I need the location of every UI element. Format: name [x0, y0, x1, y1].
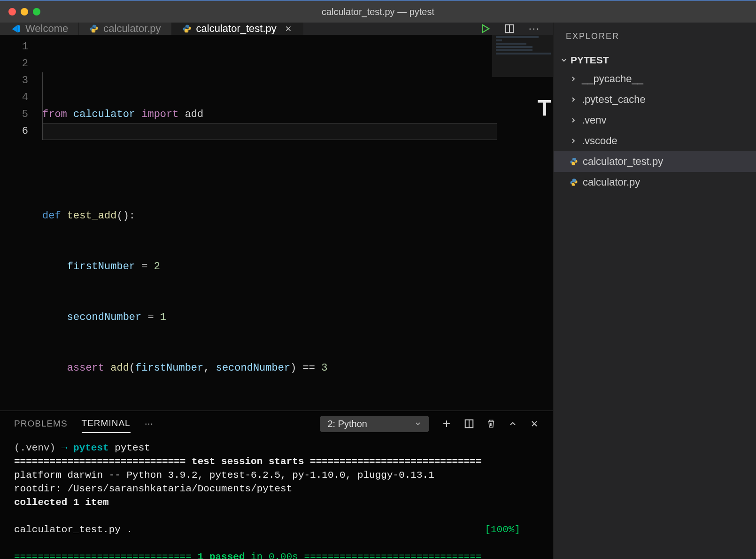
line-number: 3	[0, 72, 28, 89]
terminal-selector-label: 2: Python	[327, 419, 367, 429]
explorer-file[interactable]: calculator.py	[554, 172, 756, 193]
explorer-header: EXPLORER	[554, 23, 756, 50]
chevron-down-icon	[414, 420, 422, 427]
close-window-button[interactable]	[8, 8, 16, 16]
tab-calculator[interactable]: calculator.py	[79, 23, 171, 35]
window-title: calculator_test.py — pytest	[322, 7, 434, 17]
chevron-right-icon	[570, 137, 577, 145]
explorer-item-label: calculator.py	[583, 176, 640, 188]
close-panel-icon[interactable]	[530, 419, 539, 428]
explorer-folder[interactable]: .pytest_cache	[554, 89, 756, 110]
python-icon	[89, 24, 99, 33]
more-actions-icon[interactable]: ···	[529, 23, 540, 35]
explorer-item-label: __pycache__	[582, 73, 643, 85]
editor[interactable]: 1 2 3 4 5 6 from calculator import add d…	[0, 35, 553, 411]
python-icon	[570, 157, 578, 166]
code-area[interactable]: from calculator import add def test_add(…	[42, 35, 553, 411]
tab-label: calculator.py	[103, 23, 161, 35]
titlebar: calculator_test.py — pytest	[0, 0, 756, 23]
tab-label: calculator_test.py	[196, 23, 277, 35]
tab-label: Welcome	[25, 23, 68, 35]
python-icon	[570, 178, 578, 186]
explorer-item-label: calculator_test.py	[583, 155, 663, 168]
run-icon[interactable]	[480, 23, 490, 34]
explorer-item-label: .pytest_cache	[582, 93, 646, 106]
panel-more-icon[interactable]: ···	[145, 418, 153, 430]
explorer-item-label: .vscode	[582, 135, 617, 147]
tab-calculator-test[interactable]: calculator_test.py	[172, 23, 303, 35]
line-number: 1	[0, 39, 28, 55]
traffic-lights	[0, 8, 40, 16]
explorer-sidebar: EXPLORER PYTEST __pycache__ .pytest_cach…	[553, 23, 756, 559]
line-number: 2	[0, 55, 28, 72]
vscode-icon	[10, 23, 21, 34]
line-gutter: 1 2 3 4 5 6	[0, 35, 42, 411]
python-icon	[182, 24, 192, 33]
split-terminal-icon[interactable]	[464, 419, 474, 429]
chevron-right-icon	[570, 116, 577, 124]
minimize-window-button[interactable]	[21, 8, 28, 16]
editor-tab-row: Welcome calculator.py calculator_test.py	[0, 23, 553, 35]
panel-tab-terminal[interactable]: TERMINAL	[82, 414, 131, 433]
chevron-down-icon	[560, 56, 568, 64]
explorer-folder[interactable]: __pycache__	[554, 69, 756, 89]
line-number: 5	[0, 106, 28, 123]
bottom-panel: PROBLEMS TERMINAL ··· 2: Python	[0, 411, 553, 559]
maximize-panel-icon[interactable]	[508, 419, 517, 428]
zoom-window-button[interactable]	[33, 8, 40, 16]
explorer-folder[interactable]: .vscode	[554, 131, 756, 151]
new-terminal-icon[interactable]	[441, 419, 452, 429]
editor-hint-letter: T	[538, 100, 551, 116]
line-number: 4	[0, 89, 28, 106]
terminal-selector[interactable]: 2: Python	[320, 416, 429, 432]
explorer-item-label: .venv	[582, 114, 607, 126]
split-editor-icon[interactable]	[504, 23, 515, 34]
explorer-folder[interactable]: .venv	[554, 110, 756, 131]
minimap[interactable]	[492, 35, 553, 77]
tab-welcome[interactable]: Welcome	[0, 23, 79, 35]
line-number: 6	[0, 123, 28, 140]
panel-tab-problems[interactable]: PROBLEMS	[14, 415, 68, 433]
current-line-highlight	[42, 123, 497, 140]
kill-terminal-icon[interactable]	[486, 419, 496, 429]
chevron-right-icon	[570, 96, 577, 103]
explorer-file[interactable]: calculator_test.py	[554, 151, 756, 172]
chevron-right-icon	[570, 75, 577, 83]
explorer-root[interactable]: PYTEST	[554, 52, 756, 69]
close-tab-icon[interactable]	[284, 24, 293, 33]
indent-guide	[42, 72, 63, 140]
explorer-root-label: PYTEST	[571, 54, 609, 66]
terminal-output[interactable]: (.venv) → pytest pytest ================…	[0, 436, 553, 559]
